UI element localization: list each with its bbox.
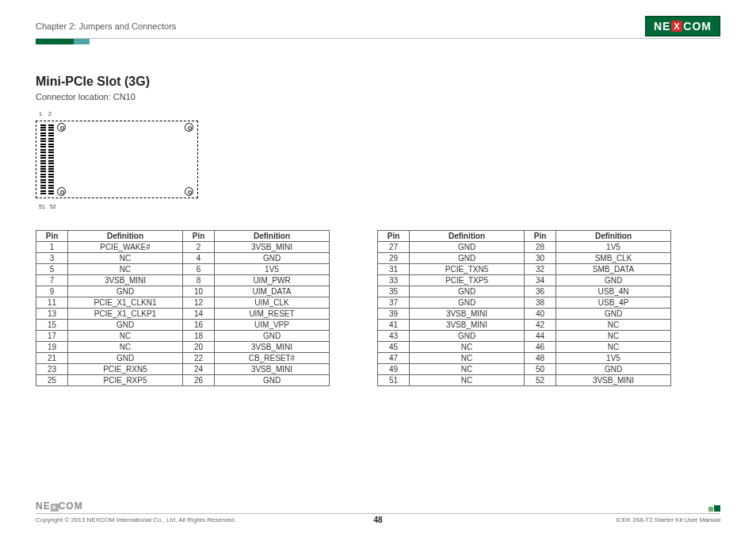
table-row: 47NC481V5 [378, 353, 671, 364]
pin-cell: 40 [525, 309, 556, 320]
connector-diagram: 1 2 51 52 [36, 113, 202, 208]
pin-cell: 29 [378, 253, 410, 264]
pin-cell: 23 [36, 364, 68, 375]
def-cell: NC [556, 331, 671, 342]
pin-cell: 17 [36, 331, 68, 342]
def-cell: 3VSB_MINI [215, 242, 330, 253]
table-row: 49NC50GND [378, 364, 671, 375]
table-row: 3NC4GND [36, 253, 330, 264]
pin-labels-top: 1 2 [39, 111, 52, 117]
pin-cell: 18 [183, 331, 215, 342]
def-cell: 3VSB_MINI [215, 364, 330, 375]
pin-cell: 47 [378, 353, 410, 364]
footer-top-row: NEXCOM [36, 500, 720, 514]
pin-cell: 25 [36, 375, 68, 386]
pin-cell: 21 [36, 353, 68, 364]
page-header: Chapter 2: Jumpers and Connectors NE X C… [36, 16, 720, 39]
pin-cell: 42 [525, 320, 556, 331]
def-cell: SMB_CLK [556, 253, 671, 264]
screw-hole-icon [185, 187, 193, 196]
def-cell: CB_RESET# [215, 353, 330, 364]
pin-cell: 28 [525, 242, 556, 253]
page-footer: NEXCOM Copyright © 2013 NEXCOM Internati… [36, 500, 720, 523]
def-cell: SMB_DATA [556, 264, 671, 275]
def-cell: 1V5 [556, 242, 671, 253]
def-cell: 1V5 [556, 353, 671, 364]
def-cell: NC [410, 342, 525, 353]
pin-column-right [48, 124, 54, 195]
table-row: 15GND16UIM_VPP [36, 320, 330, 331]
pin-cell: 16 [183, 320, 215, 331]
def-cell: 3VSB_MINI [410, 320, 525, 331]
table-row: 29GND30SMB_CLK [378, 253, 671, 264]
def-cell: 3VSB_MINI [556, 375, 671, 386]
screw-hole-icon [57, 187, 66, 196]
table-row: 27GND281V5 [378, 242, 671, 253]
def-cell: NC [556, 342, 671, 353]
th-pin: Pin [378, 231, 410, 242]
table-row: 25PCIE_RXP526GND [36, 375, 330, 386]
pin-cell: 27 [378, 242, 410, 253]
pin-cell: 19 [36, 342, 68, 353]
table-row: 19NC203VSB_MINI [36, 342, 330, 353]
section-subtitle: Connector location: CN10 [36, 92, 720, 102]
pin-cell: 11 [36, 297, 68, 309]
pin-cell: 2 [183, 242, 215, 253]
pin-cell: 10 [183, 286, 215, 297]
def-cell: NC [68, 342, 183, 353]
pin-cell: 52 [525, 375, 556, 386]
pin-cell: 37 [378, 297, 410, 309]
pin-column-left [40, 124, 46, 195]
pin-cell: 4 [183, 253, 215, 264]
pin-cell: 48 [525, 353, 556, 364]
pin-cell: 44 [525, 331, 556, 342]
def-cell: GND [68, 353, 183, 364]
pin-cell: 49 [378, 364, 410, 375]
screw-hole-icon [185, 123, 193, 132]
def-cell: NC [556, 320, 671, 331]
th-def: Definition [215, 231, 330, 242]
def-cell: GND [556, 364, 671, 375]
pin-cell: 45 [378, 342, 410, 353]
th-pin: Pin [36, 231, 68, 242]
def-cell: 1V5 [215, 264, 330, 275]
def-cell: UIM_PWR [215, 275, 330, 286]
pin-cell: 30 [525, 253, 556, 264]
table-row: 9GND10UIM_DATA [36, 286, 330, 297]
table-row: 45NC46NC [378, 342, 671, 353]
table-row: 13PCIE_X1_CLKP114UIM_RESET [36, 309, 330, 320]
header-accent [36, 39, 720, 44]
table-row: 5NC61V5 [36, 264, 330, 275]
pin-cell: 33 [378, 275, 410, 286]
pin-cell: 14 [183, 309, 215, 320]
pinout-table-right: Pin Definition Pin Definition 27GND281V5… [377, 230, 671, 386]
def-cell: UIM_CLK [215, 297, 330, 309]
pin-cell: 31 [378, 264, 410, 275]
def-cell: NC [68, 331, 183, 342]
def-cell: GND [215, 375, 330, 386]
table-row: 43GND44NC [378, 331, 671, 342]
footer-logo-x-icon: X [51, 504, 59, 512]
table-row: 21GND22CB_RESET# [36, 353, 330, 364]
page: Chapter 2: Jumpers and Connectors NE X C… [0, 0, 756, 533]
pin-cell: 12 [183, 297, 215, 309]
pin-cell: 34 [525, 275, 556, 286]
def-cell: GND [556, 309, 671, 320]
pin-cell: 9 [36, 286, 68, 297]
def-cell: NC [68, 253, 183, 264]
def-cell: GND [410, 297, 525, 309]
table-row: 31PCIE_TXN532SMB_DATA [378, 264, 671, 275]
manual-name: ICEK 268-T2 Starter Kit User Manual [616, 516, 720, 523]
accent-green [36, 39, 74, 44]
pin-cell: 7 [36, 275, 68, 286]
def-cell: PCIE_RXN5 [68, 364, 183, 375]
pin-cell: 51 [378, 375, 410, 386]
def-cell: 3VSB_MINI [68, 275, 183, 286]
def-cell: NC [410, 364, 525, 375]
def-cell: 3VSB_MINI [215, 342, 330, 353]
th-pin: Pin [525, 231, 556, 242]
pin-labels-bottom: 51 52 [39, 204, 56, 209]
pinout-tables: Pin Definition Pin Definition 1PCIE_WAKE… [36, 230, 720, 386]
pin-cell: 36 [525, 286, 556, 297]
def-cell: USB_4N [556, 286, 671, 297]
